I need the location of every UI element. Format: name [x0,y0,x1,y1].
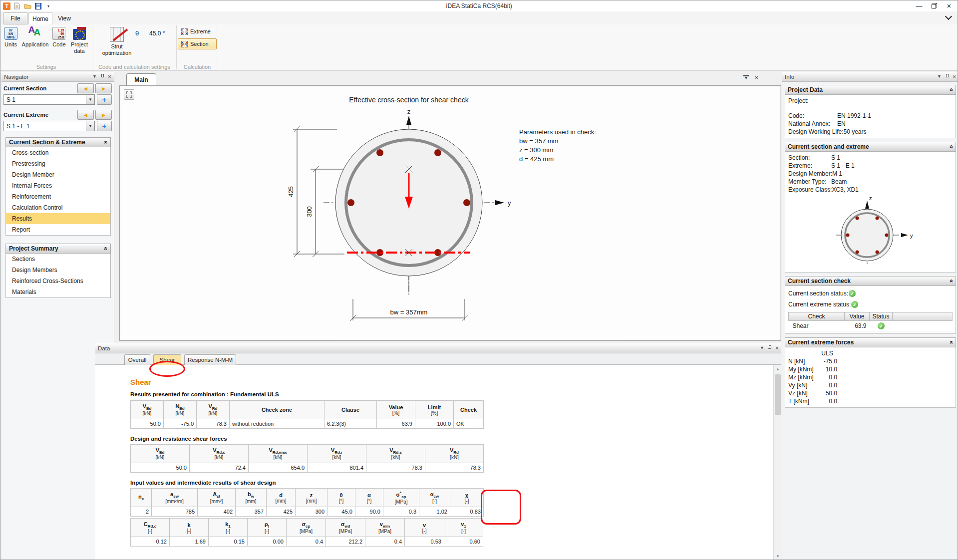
tab-home[interactable]: Home [28,12,52,24]
current-extreme-select[interactable]: S 1 - E 1▼ [3,121,95,131]
nav-group-current-section-extreme[interactable]: Current Section & Extreme» [5,137,111,147]
previous-extreme-button[interactable]: ◄ [77,110,94,120]
tab-file[interactable]: File [3,12,27,24]
sidebar-item[interactable]: Prestressing [6,158,110,169]
panel-menu-icon[interactable]: ▼ [760,346,764,350]
table-row[interactable]: 0.121.690.150.000.4212.20.40.530.60 [131,537,483,547]
application-button[interactable]: AA Application [20,26,50,48]
sidebar-item[interactable]: Internal Forces [6,180,110,191]
project-data-button[interactable]: Project data [68,26,91,55]
column-header: σcp[MPa] [287,519,326,537]
dimension-bw: bw = 357mm [390,308,428,316]
column-header: Asl[mm²] [198,489,236,507]
value-cell: 357 [236,507,267,517]
tab-response-nmm[interactable]: Response N-M-M [184,354,236,365]
previous-section-button[interactable]: ◄ [77,83,94,93]
table-row[interactable]: Shear 63.9 ✓ [789,321,953,331]
value-cell: 63.9 [377,419,415,429]
vertical-scrollbar[interactable]: ▲ ▼ [773,365,781,560]
zoom-fit-button[interactable] [124,89,134,100]
pin-icon[interactable] [945,74,949,79]
project-data-header[interactable]: Project Data» [785,85,956,95]
section-check-box: Current section status:✓ Current extreme… [785,286,956,334]
sidebar-item[interactable]: Reinforcement [6,191,110,202]
column-header: vmin[MPa] [365,519,405,537]
section-check-header[interactable]: Current section check» [785,276,956,286]
current-section-header[interactable]: Current section and extreme» [785,142,956,152]
collapse-ribbon-icon[interactable] [946,14,951,18]
column-header: z[mm] [296,489,327,507]
add-extreme-button[interactable]: + [97,121,112,131]
nav-list-current: Cross-sectionPrestressingDesign MemberIn… [5,147,111,236]
group-label-calculation: Calculation [177,64,218,70]
close-icon[interactable]: × [775,345,779,351]
minimize-button[interactable]: — [912,0,927,11]
pin-icon[interactable] [768,345,772,351]
theta-value[interactable]: 45.0 ° [149,30,165,37]
sidebar-item[interactable]: Calculation Control [6,202,110,213]
column-header: VEd[kN] [131,445,190,463]
info-row: Extreme:S 1 - E 1 [788,162,953,170]
chevron-down-icon[interactable]: ▼ [86,121,94,131]
table2-title: Design and resistance shear forces [130,436,781,442]
close-icon[interactable]: × [755,75,758,81]
scroll-up-icon[interactable]: ▲ [774,365,781,373]
save-icon[interactable] [34,2,42,10]
section-status-label: Current section status: [788,290,848,297]
extreme-button[interactable]: Extreme [178,26,217,37]
add-section-button[interactable]: + [97,94,112,105]
close-button[interactable]: × [942,0,957,11]
force-row: Mz [kNm]0.0 [788,373,953,381]
scrollbar-thumb[interactable] [775,374,781,415]
strut-optimization-button[interactable]: Strut optimization [99,26,134,57]
column-header: VRd,r[kN] [308,445,366,463]
new-file-icon[interactable] [13,2,21,10]
drawing-canvas[interactable]: Effective cross-section for shear check … [119,85,781,341]
sidebar-item[interactable]: Design Members [6,265,110,276]
tab-view[interactable]: View [53,12,75,24]
scroll-down-icon[interactable]: ▼ [774,552,781,560]
sidebar-item[interactable]: Design Member [6,169,110,180]
restore-button[interactable] [927,0,942,11]
sidebar-item[interactable]: Results [6,213,110,224]
value-cell: 78.3 [366,463,425,473]
extreme-forces-header[interactable]: Current extreme forces» [785,337,956,347]
current-section-select[interactable]: S 1▼ [3,94,95,105]
force-row: My [kNm]10.0 [788,365,953,373]
column-header: θ[°] [327,489,355,507]
panel-menu-icon[interactable]: ▼ [92,74,97,79]
units-button[interactable]: m'kNMPa Units [1,26,20,48]
uls-column-header: ULS [817,350,837,357]
open-folder-icon[interactable] [23,2,31,10]
code-button[interactable]: 1,159025.8 Code [50,26,68,48]
tab-main[interactable]: Main [126,73,156,85]
tab-shear[interactable]: Shear [153,354,181,365]
value-cell: 0.83 [450,507,484,517]
sidebar-item[interactable]: Materials [6,286,110,297]
sidebar-item[interactable]: Sections [6,254,110,265]
next-extreme-button[interactable]: ► [95,110,112,120]
panel-menu-icon[interactable]: ▼ [937,74,942,79]
collapse-chevron-icon: » [102,141,109,144]
nav-group-project-summary[interactable]: Project Summary» [5,244,111,254]
next-section-button[interactable]: ► [95,83,112,93]
close-icon[interactable]: × [108,74,111,80]
column-header: VRd,s[kN] [366,445,425,463]
info-panel: Info ▼ × Project Data» Project: Code:EN … [782,72,958,560]
section-button[interactable]: Section [178,38,217,49]
table-row[interactable]: 50.0-75.078.3without reduction6.2.3(3)63… [131,419,484,429]
column-header: d[mm] [267,489,296,507]
tab-overall[interactable]: Overall [124,354,150,365]
table-row[interactable]: 278540235742530045.090.00.31.020.83 [131,507,484,517]
chevron-down-icon[interactable]: ▼ [86,95,94,104]
auto-hide-icon[interactable]: ▼ [743,75,749,80]
column-header: CRd,c[-] [131,519,170,537]
pin-icon[interactable] [100,74,104,79]
close-icon[interactable]: × [953,74,956,80]
table-row[interactable]: 50.072.4654.0801.478.378.3 [131,463,484,473]
column-header: nc [131,489,152,507]
quick-access-dropdown-icon[interactable]: ▾ [44,2,52,10]
sidebar-item[interactable]: Reinforced Cross-Sections [6,276,110,286]
sidebar-item[interactable]: Cross-section [6,147,110,158]
sidebar-item[interactable]: Report [6,224,110,235]
